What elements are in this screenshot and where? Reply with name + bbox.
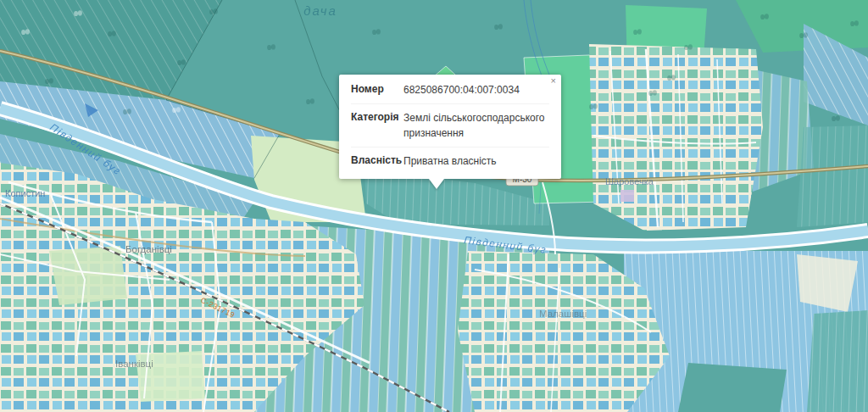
- village-label-malashivtsi: Малашівці: [539, 309, 587, 319]
- close-icon[interactable]: ×: [551, 76, 556, 86]
- village-label-bohdanivtsi: Богданівці: [125, 244, 172, 254]
- popup-row-number: Номер 6825086700:04:007:0034: [351, 76, 549, 103]
- field-label-ownership: Власність: [351, 154, 403, 169]
- field-label-category: Категорія: [351, 111, 403, 141]
- popup-row-category: Категорія Землі сільськогосподарського п…: [351, 103, 549, 147]
- parcel-info-popup: × Номер 6825086700:04:007:0034 Категорія…: [339, 75, 561, 179]
- village-label-kopystyn: Копистин: [5, 188, 45, 198]
- field-value-category: Землі сільськогосподарського призначення: [403, 111, 549, 141]
- map-canvas[interactable]: дача Південний буг Південний буг Кописти…: [0, 0, 868, 412]
- forest-label: дача: [303, 3, 337, 18]
- field-label-number: Номер: [351, 83, 403, 97]
- field-value-number: 6825086700:04:007:0034: [403, 83, 549, 97]
- village-label-ivankivtsi: Іванківці: [115, 359, 153, 369]
- cadastral-map-viewport[interactable]: дача Південний буг Південний буг Кописти…: [0, 0, 868, 412]
- popup-tail-pointer: [429, 179, 444, 189]
- field-value-ownership: Приватна власність: [403, 154, 549, 169]
- village-label-sharovechka: Шаровечка: [605, 176, 654, 187]
- popup-row-ownership: Власність Приватна власність: [351, 147, 549, 175]
